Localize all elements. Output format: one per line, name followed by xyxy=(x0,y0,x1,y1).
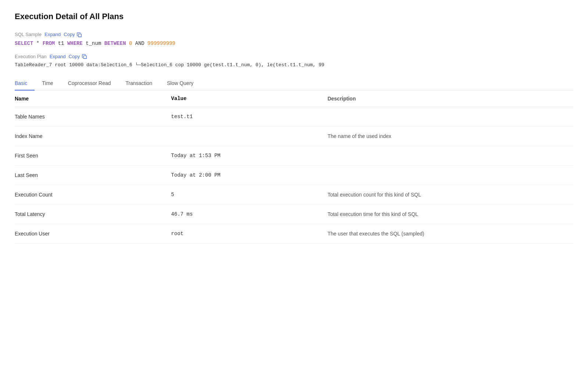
table-row: First SeenToday at 1:53 PM xyxy=(15,146,573,166)
cell-description xyxy=(327,107,573,127)
tabs-container: Basic Time Coprocessor Read Transaction … xyxy=(15,77,573,91)
plan-copy-label: Copy xyxy=(69,54,80,59)
svg-rect-0 xyxy=(79,34,82,37)
cell-description: Total execution count for this kind of S… xyxy=(327,185,573,205)
execution-plan-header: Execution Plan Expand Copy xyxy=(15,54,573,60)
sql-sample-label: SQL Sample xyxy=(15,32,42,37)
cell-description xyxy=(327,166,573,185)
basic-table: Name Value Description Table Namestest.t… xyxy=(15,91,573,244)
execution-plan-text: TableReader_7 root 10000 data:Selection_… xyxy=(15,62,573,68)
sql-where: WHERE xyxy=(67,40,83,46)
tab-transaction[interactable]: Transaction xyxy=(118,77,160,91)
plan-copy-icon xyxy=(82,54,87,59)
cell-value: root xyxy=(171,224,328,244)
sql-from: FROM xyxy=(43,40,55,46)
plan-expand-button[interactable]: Expand xyxy=(50,54,66,59)
cell-name: Total Latency xyxy=(15,205,171,224)
sql-num-end: 999999999 xyxy=(147,40,175,46)
tab-basic[interactable]: Basic xyxy=(15,77,35,91)
table-row: Last SeenToday at 2:00 PM xyxy=(15,166,573,185)
table-row: Table Namestest.t1 xyxy=(15,107,573,127)
cell-description xyxy=(327,146,573,166)
sql-between: BETWEEN xyxy=(104,40,126,46)
cell-value: Today at 1:53 PM xyxy=(171,146,328,166)
plan-copy-button[interactable]: Copy xyxy=(69,54,87,60)
cell-value xyxy=(171,127,328,146)
col-value: Value xyxy=(171,91,328,107)
table-row: Index NameThe name of the used index xyxy=(15,127,573,146)
table-row: Execution Count5Total execution count fo… xyxy=(15,185,573,205)
col-description: Description xyxy=(327,91,573,107)
cell-value: 46.7 ms xyxy=(171,205,328,224)
page-title: Execution Detail of All Plans xyxy=(15,12,573,21)
sql-expand-button[interactable]: Expand xyxy=(44,32,61,37)
sql-copy-button[interactable]: Copy xyxy=(64,32,82,38)
cell-name: Index Name xyxy=(15,127,171,146)
cell-value: Today at 2:00 PM xyxy=(171,166,328,185)
sql-query: SELECT * FROM t1 WHERE t_num BETWEEN 0 A… xyxy=(15,40,573,46)
table-row: Execution UserrootThe user that executes… xyxy=(15,224,573,244)
tab-slow-query[interactable]: Slow Query xyxy=(159,77,201,91)
sql-num-start: 0 xyxy=(129,40,132,46)
cell-description: Total execution time for this kind of SQ… xyxy=(327,205,573,224)
copy-icon xyxy=(77,32,82,38)
cell-name: First Seen xyxy=(15,146,171,166)
cell-name: Execution Count xyxy=(15,185,171,205)
table-row: Total Latency46.7 msTotal execution time… xyxy=(15,205,573,224)
cell-value: 5 xyxy=(171,185,328,205)
cell-description: The user that executes the SQL (sampled) xyxy=(327,224,573,244)
execution-plan-label: Execution Plan xyxy=(15,54,47,59)
svg-rect-1 xyxy=(83,56,86,59)
sql-copy-label: Copy xyxy=(64,32,75,37)
cell-value: test.t1 xyxy=(171,107,328,127)
tab-coprocessor-read[interactable]: Coprocessor Read xyxy=(61,77,118,91)
col-name: Name xyxy=(15,91,171,107)
sql-sample-header: SQL Sample Expand Copy xyxy=(15,32,573,38)
cell-description: The name of the used index xyxy=(327,127,573,146)
cell-name: Table Names xyxy=(15,107,171,127)
tab-time[interactable]: Time xyxy=(35,77,61,91)
cell-name: Last Seen xyxy=(15,166,171,185)
cell-name: Execution User xyxy=(15,224,171,244)
sql-select: SELECT xyxy=(15,40,33,46)
